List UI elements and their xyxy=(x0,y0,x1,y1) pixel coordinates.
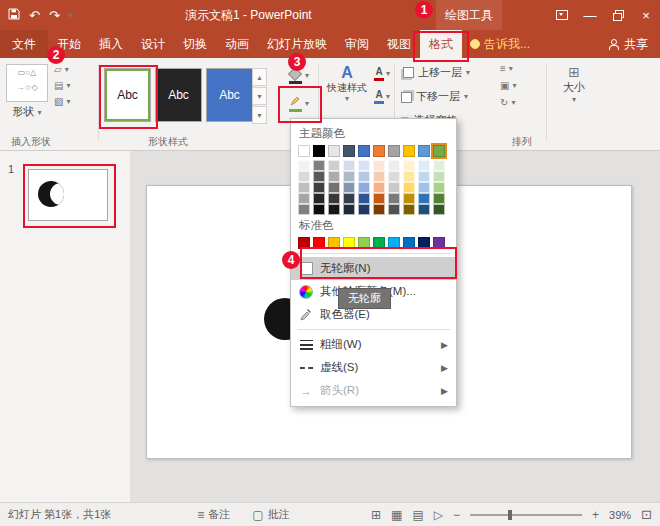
merge-shapes-button[interactable]: ▧▾ xyxy=(54,96,70,107)
shape-style-preset-2[interactable]: Abc xyxy=(155,68,202,122)
color-swatch[interactable] xyxy=(343,182,355,193)
color-swatch[interactable] xyxy=(373,237,385,249)
restore-button[interactable] xyxy=(604,0,632,30)
color-swatch[interactable] xyxy=(313,204,325,215)
zoom-slider[interactable] xyxy=(470,514,582,516)
tell-me-box[interactable]: 告诉我... xyxy=(462,30,538,58)
color-swatch[interactable] xyxy=(388,182,400,193)
color-swatch[interactable] xyxy=(403,204,415,215)
color-swatch[interactable] xyxy=(433,145,445,157)
color-swatch[interactable] xyxy=(388,160,400,171)
color-swatch[interactable] xyxy=(373,193,385,204)
zoom-in-button[interactable]: + xyxy=(592,508,599,522)
customize-qat-icon[interactable]: ▾ xyxy=(69,11,73,20)
slide-sorter-view-icon[interactable]: ▦ xyxy=(391,508,402,522)
zoom-percentage[interactable]: 39% xyxy=(609,509,631,521)
color-swatch[interactable] xyxy=(373,160,385,171)
color-swatch[interactable] xyxy=(403,171,415,182)
color-swatch[interactable] xyxy=(328,237,340,249)
color-swatch[interactable] xyxy=(358,182,370,193)
share-button[interactable]: 共享 xyxy=(596,30,660,58)
color-swatch[interactable] xyxy=(358,145,370,157)
shape-style-preset-3[interactable]: Abc xyxy=(206,68,253,122)
tab-design[interactable]: 设计 xyxy=(132,30,174,58)
color-swatch[interactable] xyxy=(298,237,310,249)
color-swatch[interactable] xyxy=(313,145,325,157)
color-swatch[interactable] xyxy=(343,193,355,204)
color-swatch[interactable] xyxy=(418,171,430,182)
color-swatch[interactable] xyxy=(418,204,430,215)
menu-item-dashes[interactable]: 虚线(S) ▶ xyxy=(291,356,456,379)
gallery-scroll-up-icon[interactable]: ▲ xyxy=(252,68,267,86)
color-swatch[interactable] xyxy=(388,204,400,215)
color-swatch[interactable] xyxy=(433,160,445,171)
color-swatch[interactable] xyxy=(373,145,385,157)
quick-styles-button[interactable]: A 快速样式 ▾ xyxy=(322,64,372,103)
text-fill-button[interactable]: A▾ xyxy=(374,66,390,81)
send-backward-button[interactable]: 下移一层▾ xyxy=(400,86,470,106)
color-swatch[interactable] xyxy=(403,193,415,204)
color-swatch[interactable] xyxy=(358,237,370,249)
align-button[interactable]: ≡▾ xyxy=(500,63,516,74)
color-swatch[interactable] xyxy=(313,193,325,204)
group-button[interactable]: ▣▾ xyxy=(500,80,516,91)
color-swatch[interactable] xyxy=(358,193,370,204)
normal-view-icon[interactable]: ⊞ xyxy=(371,508,381,522)
color-swatch[interactable] xyxy=(328,182,340,193)
color-swatch[interactable] xyxy=(328,171,340,182)
color-swatch[interactable] xyxy=(298,171,310,182)
fit-to-window-icon[interactable]: ⊡ xyxy=(641,507,652,522)
color-swatch[interactable] xyxy=(373,182,385,193)
color-swatch[interactable] xyxy=(313,171,325,182)
undo-icon[interactable]: ↶ xyxy=(29,8,40,23)
menu-item-weight[interactable]: 粗细(W) ▶ xyxy=(291,333,456,356)
edit-shape-button[interactable]: ▱▾ xyxy=(54,64,70,75)
color-swatch[interactable] xyxy=(343,204,355,215)
minimize-button[interactable]: — xyxy=(576,0,604,30)
color-swatch[interactable] xyxy=(418,182,430,193)
save-icon[interactable] xyxy=(8,8,20,23)
color-swatch[interactable] xyxy=(433,204,445,215)
gallery-more-icon[interactable]: ▼ xyxy=(252,106,267,124)
color-swatch[interactable] xyxy=(328,204,340,215)
text-box-button[interactable]: ▤▾ xyxy=(54,80,70,91)
color-swatch[interactable] xyxy=(373,204,385,215)
color-swatch[interactable] xyxy=(343,145,355,157)
color-swatch[interactable] xyxy=(298,204,310,215)
shape-style-preset-1[interactable]: Abc xyxy=(104,68,151,122)
zoom-out-button[interactable]: − xyxy=(453,508,460,522)
color-swatch[interactable] xyxy=(403,145,415,157)
color-swatch[interactable] xyxy=(343,237,355,249)
tab-review[interactable]: 审阅 xyxy=(336,30,378,58)
menu-item-no-outline[interactable]: 无轮廓(N) xyxy=(291,257,456,280)
color-swatch[interactable] xyxy=(298,145,310,157)
color-swatch[interactable] xyxy=(298,182,310,193)
shapes-gallery[interactable]: ▭○△→☆◇ xyxy=(6,64,48,102)
shapes-button[interactable]: 形状 ▾ xyxy=(4,104,50,119)
color-swatch[interactable] xyxy=(388,145,400,157)
tab-view[interactable]: 视图 xyxy=(378,30,420,58)
color-swatch[interactable] xyxy=(373,171,385,182)
color-swatch[interactable] xyxy=(328,160,340,171)
color-swatch[interactable] xyxy=(418,145,430,157)
color-swatch[interactable] xyxy=(388,171,400,182)
notes-button[interactable]: ≡备注 xyxy=(197,507,230,522)
ribbon-display-options-button[interactable] xyxy=(548,0,576,30)
zoom-slider-thumb[interactable] xyxy=(508,510,512,520)
color-swatch[interactable] xyxy=(388,237,400,249)
slide-thumbnail[interactable] xyxy=(28,169,108,221)
color-swatch[interactable] xyxy=(433,193,445,204)
tab-animations[interactable]: 动画 xyxy=(216,30,258,58)
color-swatch[interactable] xyxy=(403,182,415,193)
color-swatch[interactable] xyxy=(433,237,445,249)
color-swatch[interactable] xyxy=(313,182,325,193)
color-swatch[interactable] xyxy=(418,193,430,204)
tab-transitions[interactable]: 切换 xyxy=(174,30,216,58)
menu-item-arrows[interactable]: → 箭头(R) ▶ xyxy=(291,379,456,402)
slideshow-view-icon[interactable]: ▷ xyxy=(434,508,443,522)
color-swatch[interactable] xyxy=(358,160,370,171)
color-swatch[interactable] xyxy=(358,171,370,182)
color-swatch[interactable] xyxy=(298,160,310,171)
color-swatch[interactable] xyxy=(433,182,445,193)
color-swatch[interactable] xyxy=(328,193,340,204)
